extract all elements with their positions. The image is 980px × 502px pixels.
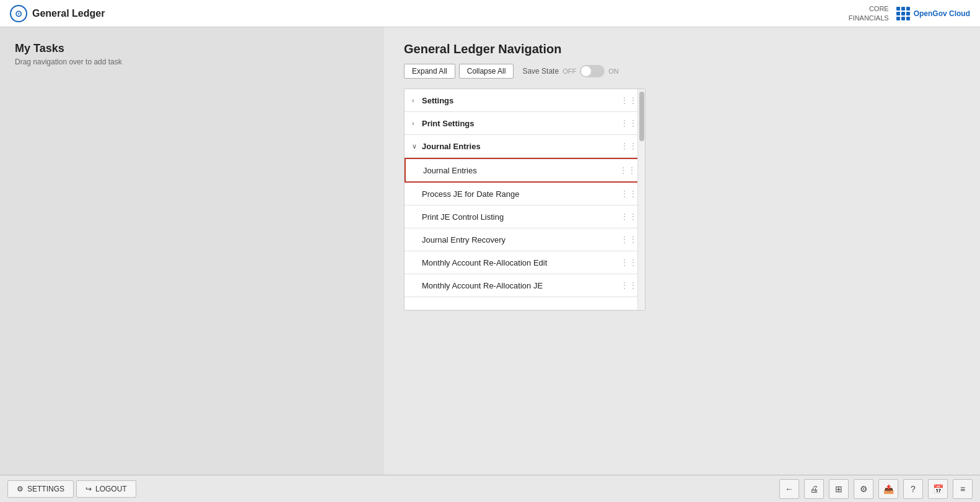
nav-panel-title: General Ledger Navigation [404, 42, 960, 56]
print-button[interactable]: 🖨 [804, 479, 824, 499]
nav-sub-item-monthly-realloc-je[interactable]: Monthly Account Re-Allocation JE ⋮⋮ [405, 274, 645, 297]
logout-icon: ↪ [85, 485, 92, 493]
app-logo-group: ⊙ General Ledger [10, 5, 105, 22]
nav-scrollbar[interactable] [637, 89, 645, 310]
drag-handle-icon[interactable]: ⋮⋮ [616, 189, 637, 199]
chevron-down-icon: ∨ [412, 142, 422, 150]
settings-label: Settings [422, 96, 616, 105]
process-button[interactable]: ⚙ [854, 479, 873, 499]
settings-button[interactable]: ⚙ SETTINGS [7, 480, 74, 498]
nav-tree: › Settings ⋮⋮ › Print Settings ⋮⋮ ∨ Jour… [404, 89, 645, 311]
nav-item-print-settings[interactable]: › Print Settings ⋮⋮ [405, 112, 645, 135]
logo-icon: ⊙ [10, 5, 27, 22]
back-button[interactable]: ← [779, 479, 799, 499]
collapse-all-button[interactable]: Collapse All [459, 64, 514, 79]
top-nav-right: CORE FINANCIALS OpenGov Cloud [849, 4, 970, 22]
gear-icon: ⚙ [17, 485, 24, 493]
drag-handle-icon[interactable]: ⋮⋮ [616, 235, 637, 245]
scrollbar-thumb [639, 92, 644, 141]
settings-btn-label: SETTINGS [27, 485, 64, 493]
expand-all-button[interactable]: Expand All [404, 64, 455, 79]
je-recovery-label: Journal Entry Recovery [422, 235, 616, 245]
nav-sub-item-process-je[interactable]: Process JE for Date Range ⋮⋮ [405, 183, 645, 206]
print-settings-label: Print Settings [422, 119, 616, 128]
menu-button[interactable]: ≡ [953, 479, 973, 499]
help-button[interactable]: ? [903, 479, 923, 499]
logout-button[interactable]: ↪ LOGOUT [76, 480, 136, 498]
drag-handle-icon[interactable]: ⋮⋮ [616, 257, 637, 267]
drag-handle-icon[interactable]: ⋮⋮ [616, 141, 637, 151]
je-monthly-realloc-je-label: Monthly Account Re-Allocation JE [422, 281, 616, 290]
opengov-cloud-btn[interactable]: OpenGov Cloud [896, 7, 970, 20]
core-financials-label: CORE FINANCIALS [849, 4, 889, 22]
bottom-left-controls: ⚙ SETTINGS ↪ LOGOUT [7, 480, 136, 498]
main-content: My Tasks Drag navigation over to add tas… [0, 27, 980, 475]
calendar-button[interactable]: 📅 [928, 479, 948, 499]
nav-sub-item-monthly-realloc-edit[interactable]: Monthly Account Re-Allocation Edit ⋮⋮ [405, 251, 645, 274]
right-panel: General Ledger Navigation Expand All Col… [384, 27, 980, 475]
top-nav: ⊙ General Ledger CORE FINANCIALS OpenGov… [0, 0, 980, 27]
nav-controls: Expand All Collapse All Save State OFF O… [404, 64, 960, 79]
nav-sub-item-je-recovery[interactable]: Journal Entry Recovery ⋮⋮ [405, 228, 645, 251]
nav-item-journal-entries[interactable]: ∨ Journal Entries ⋮⋮ [405, 135, 645, 158]
chevron-right-icon: › [412, 97, 422, 104]
opengov-cloud-label: OpenGov Cloud [914, 9, 970, 18]
nav-sub-item-partial [405, 297, 645, 310]
journal-entries-parent-label: Journal Entries [422, 142, 616, 151]
app-title: General Ledger [32, 8, 105, 19]
grid-icon [896, 7, 910, 20]
je-journal-entries-label: Journal Entries [423, 166, 615, 175]
logout-btn-label: LOGOUT [95, 485, 127, 493]
bottom-toolbar: ⚙ SETTINGS ↪ LOGOUT ← 🖨 ⊞ ⚙ 📤 ? 📅 ≡ [0, 475, 980, 502]
save-state-toggle[interactable] [580, 65, 605, 77]
drag-handle-icon[interactable]: ⋮⋮ [616, 95, 637, 105]
drag-handle-icon[interactable]: ⋮⋮ [615, 165, 636, 175]
my-tasks-title: My Tasks [15, 42, 369, 55]
export-button[interactable]: 📤 [878, 479, 898, 499]
drag-handle-icon[interactable]: ⋮⋮ [616, 212, 637, 222]
nav-sub-item-print-je[interactable]: Print JE Control Listing ⋮⋮ [405, 206, 645, 228]
bottom-right-icons: ← 🖨 ⊞ ⚙ 📤 ? 📅 ≡ [779, 479, 973, 499]
drag-handle-icon[interactable]: ⋮⋮ [616, 280, 637, 290]
save-state-label: Save State [522, 67, 559, 76]
chevron-right-icon: › [412, 119, 422, 127]
nav-item-settings[interactable]: › Settings ⋮⋮ [405, 89, 645, 112]
my-tasks-subtitle: Drag navigation over to add task [15, 58, 369, 66]
left-panel: My Tasks Drag navigation over to add tas… [0, 27, 384, 475]
grid-button[interactable]: ⊞ [829, 479, 849, 499]
toggle-off-label: OFF [562, 67, 576, 75]
je-monthly-realloc-edit-label: Monthly Account Re-Allocation Edit [422, 258, 616, 267]
je-print-label: Print JE Control Listing [422, 212, 616, 222]
drag-handle-icon[interactable]: ⋮⋮ [616, 118, 637, 128]
nav-sub-item-journal-entries[interactable]: Journal Entries ⋮⋮ [405, 158, 645, 183]
je-process-label: Process JE for Date Range [422, 189, 616, 199]
toggle-on-label: ON [608, 67, 619, 75]
